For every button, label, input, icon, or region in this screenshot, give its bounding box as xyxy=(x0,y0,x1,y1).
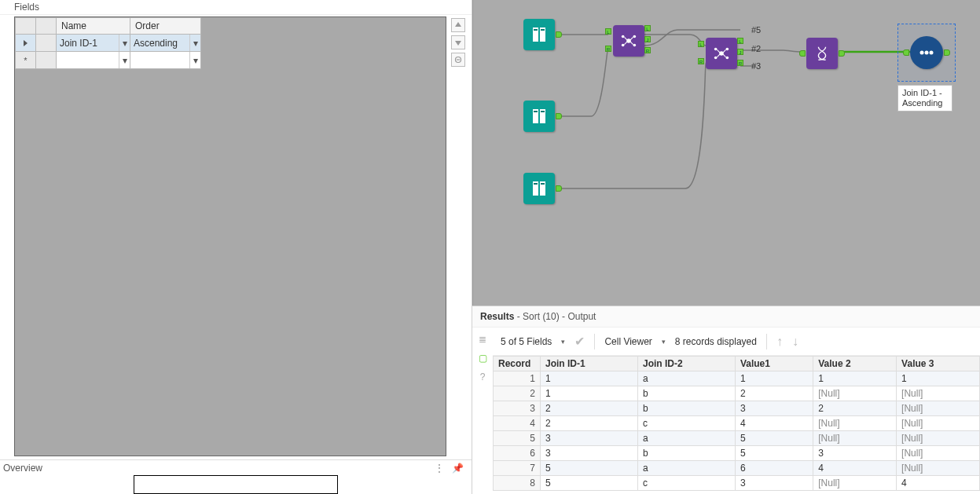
results-column-header[interactable]: Value 2 xyxy=(813,357,897,371)
record-cell[interactable]: 2 xyxy=(494,386,541,401)
data-cell[interactable]: b xyxy=(637,401,735,416)
data-cell[interactable]: [Null] xyxy=(897,386,980,401)
row-checkbox[interactable] xyxy=(36,52,57,69)
cell-viewer-dropdown-icon[interactable]: ▾ xyxy=(662,338,666,346)
name-cell[interactable]: ▾ xyxy=(57,52,130,68)
data-cell[interactable]: 5 xyxy=(541,461,638,476)
data-cell[interactable]: a xyxy=(637,371,735,386)
fields-grid-header-order[interactable]: Order xyxy=(130,18,201,35)
data-cell[interactable]: 3 xyxy=(541,446,638,461)
results-next-icon[interactable]: ↓ xyxy=(792,335,798,349)
results-table[interactable]: RecordJoin ID-1Join ID-2Value1Value 2Val… xyxy=(493,356,980,491)
order-cell[interactable]: ▾ xyxy=(130,52,200,68)
tool-join-1[interactable] xyxy=(613,25,644,57)
data-cell[interactable]: 5 xyxy=(735,431,813,446)
record-cell[interactable]: 5 xyxy=(494,431,541,446)
table-row[interactable]: 63b53[Null] xyxy=(494,446,980,461)
row-checkbox[interactable] xyxy=(36,35,57,52)
data-cell[interactable]: 5 xyxy=(541,476,638,491)
data-cell[interactable]: 4 xyxy=(735,416,813,431)
data-cell[interactable]: [Null] xyxy=(897,416,980,431)
results-column-header[interactable]: Record xyxy=(494,357,541,371)
name-cell[interactable]: Join ID-1▾ xyxy=(57,35,130,51)
data-cell[interactable]: [Null] xyxy=(897,461,980,476)
cell-viewer-label[interactable]: Cell Viewer xyxy=(604,336,651,347)
overview-pin-icon[interactable]: 📌 xyxy=(452,463,464,474)
fields-check-icon[interactable]: ✔ xyxy=(574,334,585,349)
tool-input-2[interactable] xyxy=(523,101,555,132)
results-column-header[interactable]: Value1 xyxy=(735,357,813,371)
record-cell[interactable]: 1 xyxy=(494,371,541,386)
tool-sort[interactable] xyxy=(910,36,943,69)
table-row[interactable]: 32b32[Null] xyxy=(494,401,980,416)
overview-menu-icon[interactable]: ⋮ xyxy=(435,463,444,474)
data-cell[interactable]: 2 xyxy=(541,416,638,431)
data-cell[interactable]: b xyxy=(637,446,735,461)
data-cell[interactable]: 1 xyxy=(897,371,980,386)
data-cell[interactable]: 1 xyxy=(541,386,638,401)
chevron-down-icon[interactable]: ▾ xyxy=(119,35,130,51)
data-cell[interactable]: 6 xyxy=(735,461,813,476)
data-cell[interactable]: [Null] xyxy=(897,446,980,461)
table-row[interactable]: 75a64[Null] xyxy=(494,461,980,476)
tool-formula[interactable] xyxy=(806,38,838,69)
results-column-header[interactable]: Join ID-1 xyxy=(541,357,638,371)
row-indicator[interactable] xyxy=(16,35,36,52)
table-row[interactable]: 42c4[Null][Null] xyxy=(494,416,980,431)
fields-grid[interactable]: Name Order Join ID-1▾Ascending▾*▾▾ xyxy=(15,17,201,69)
data-cell[interactable]: [Null] xyxy=(813,386,897,401)
data-cell[interactable]: b xyxy=(637,386,735,401)
table-row[interactable]: 53a5[Null][Null] xyxy=(494,431,980,446)
data-cell[interactable]: 2 xyxy=(735,386,813,401)
move-down-button[interactable] xyxy=(451,35,465,49)
data-cell[interactable]: a xyxy=(637,431,735,446)
data-cell[interactable]: 3 xyxy=(541,431,638,446)
results-view-list-icon[interactable]: ≣ xyxy=(479,334,486,345)
fields-row[interactable]: *▾▾ xyxy=(16,52,201,69)
data-cell[interactable]: 5 xyxy=(735,446,813,461)
data-cell[interactable]: 1 xyxy=(735,371,813,386)
data-cell[interactable]: 3 xyxy=(735,401,813,416)
tool-input-3[interactable] xyxy=(523,173,555,204)
data-cell[interactable]: 4 xyxy=(813,461,897,476)
results-prev-icon[interactable]: ↑ xyxy=(776,335,783,349)
data-cell[interactable]: [Null] xyxy=(813,416,897,431)
data-cell[interactable]: a xyxy=(637,461,735,476)
fields-grid-corner[interactable] xyxy=(16,18,36,35)
data-cell[interactable]: [Null] xyxy=(897,431,980,446)
results-column-header[interactable]: Join ID-2 xyxy=(637,357,735,371)
data-cell[interactable]: [Null] xyxy=(813,476,897,491)
table-row[interactable]: 21b2[Null][Null] xyxy=(494,386,980,401)
fields-count[interactable]: 5 of 5 Fields xyxy=(501,336,552,347)
data-cell[interactable]: [Null] xyxy=(813,431,897,446)
data-cell[interactable]: [Null] xyxy=(897,401,980,416)
table-row[interactable]: 11a111 xyxy=(494,371,980,386)
fields-grid-header-name[interactable]: Name xyxy=(57,18,130,35)
chevron-down-icon[interactable]: ▾ xyxy=(189,52,200,68)
table-row[interactable]: 85c3[Null]4 xyxy=(494,476,980,491)
fields-row[interactable]: Join ID-1▾Ascending▾ xyxy=(16,35,201,52)
data-cell[interactable]: c xyxy=(637,476,735,491)
data-cell[interactable]: 1 xyxy=(813,371,897,386)
workflow-canvas[interactable]: L R L J R L R L J R #5 #2 #3 xyxy=(472,0,980,306)
tool-join-2[interactable] xyxy=(706,38,737,69)
chevron-down-icon[interactable]: ▾ xyxy=(189,35,200,51)
results-anchor-icon[interactable]: ▢ xyxy=(479,353,487,364)
fields-dropdown-icon[interactable]: ▾ xyxy=(561,338,565,346)
data-cell[interactable]: 2 xyxy=(813,401,897,416)
data-cell[interactable]: 4 xyxy=(897,476,980,491)
data-cell[interactable]: 2 xyxy=(541,401,638,416)
record-cell[interactable]: 4 xyxy=(494,416,541,431)
record-cell[interactable]: 6 xyxy=(494,446,541,461)
data-cell[interactable]: 1 xyxy=(541,371,638,386)
row-indicator[interactable]: * xyxy=(16,52,36,69)
record-cell[interactable]: 8 xyxy=(494,476,541,491)
chevron-down-icon[interactable]: ▾ xyxy=(119,52,130,68)
record-cell[interactable]: 7 xyxy=(494,461,541,476)
order-cell[interactable]: Ascending▾ xyxy=(130,35,200,51)
tool-input-1[interactable] xyxy=(523,19,555,50)
results-help-icon[interactable]: ? xyxy=(480,371,486,382)
delete-row-button[interactable] xyxy=(451,53,465,67)
move-up-button[interactable] xyxy=(451,18,465,32)
data-cell[interactable]: c xyxy=(637,416,735,431)
